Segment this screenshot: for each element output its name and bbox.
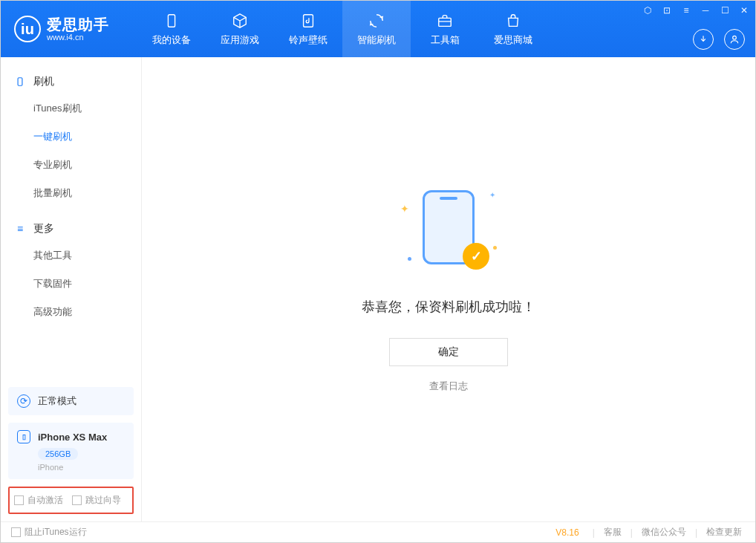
- user-icon[interactable]: [724, 29, 745, 50]
- sparkle-icon: ✦: [400, 203, 409, 215]
- svg-rect-0: [168, 15, 175, 27]
- sidebar-item-download-firmware[interactable]: 下载固件: [1, 270, 141, 298]
- storage-badge: 256GB: [38, 448, 78, 460]
- device-icon: [162, 11, 181, 30]
- nav-tab-ringtone-wallpaper[interactable]: 铃声壁纸: [274, 1, 342, 57]
- device-name: iPhone XS Max: [38, 432, 107, 443]
- close-button[interactable]: ✕: [737, 4, 751, 17]
- logo-icon: iu: [14, 16, 41, 42]
- sidebar-section-flash: 刷机: [1, 69, 141, 94]
- nav-label: 我的设备: [152, 33, 191, 47]
- dot-icon: [408, 257, 411, 261]
- nav-tab-smart-flash[interactable]: 智能刷机: [342, 1, 411, 57]
- sidebar-item-pro-flash[interactable]: 专业刷机: [1, 151, 141, 179]
- phone-icon: [14, 76, 26, 88]
- svg-rect-1: [304, 15, 313, 27]
- window-controls: ⬡ ⊡ ≡ ─ ☐ ✕: [641, 4, 751, 17]
- sidebar-item-itunes-flash[interactable]: iTunes刷机: [1, 94, 141, 123]
- highlighted-options: 自动激活 跳过向导: [8, 487, 134, 514]
- maximize-button[interactable]: ☐: [718, 4, 731, 17]
- nav-label: 铃声壁纸: [289, 33, 328, 47]
- svg-rect-2: [439, 18, 452, 26]
- nav-tab-store[interactable]: 爱思商城: [479, 1, 547, 57]
- section-title: 刷机: [33, 75, 54, 88]
- sidebar: 刷机 iTunes刷机 一键刷机 专业刷机 批量刷机 ≡ 更多 其他工具 下载固…: [1, 57, 142, 521]
- mode-indicator[interactable]: 正常模式: [8, 387, 134, 415]
- sidebar-item-oneclick-flash[interactable]: 一键刷机: [1, 123, 141, 151]
- footer-link-wechat[interactable]: 微信公众号: [639, 526, 689, 539]
- mode-label: 正常模式: [38, 394, 76, 408]
- sparkle-icon: ✦: [489, 191, 495, 199]
- checkbox-auto-activate[interactable]: 自动激活: [14, 494, 63, 507]
- menu-icon[interactable]: ≡: [680, 4, 693, 17]
- shirt-icon[interactable]: ⬡: [641, 4, 654, 17]
- footer-link-check-update[interactable]: 检查更新: [703, 526, 745, 539]
- list-icon: ≡: [14, 223, 26, 235]
- nav-label: 智能刷机: [357, 33, 396, 47]
- app-header: iu 爱思助手 www.i4.cn 我的设备 应用游戏 铃声壁纸 智能刷机 工具…: [1, 1, 755, 57]
- view-log-link[interactable]: 查看日志: [429, 380, 468, 393]
- nav-label: 工具箱: [431, 33, 460, 47]
- checkbox-label: 自动激活: [27, 494, 63, 507]
- nav-label: 爱思商城: [494, 33, 532, 47]
- success-message: 恭喜您，保资料刷机成功啦！: [362, 298, 535, 316]
- shopping-bag-icon: [504, 11, 523, 30]
- nav-tabs: 我的设备 应用游戏 铃声壁纸 智能刷机 工具箱 爱思商城: [137, 1, 547, 57]
- main-content: ✦ ✦ ✓ 恭喜您，保资料刷机成功啦！ 确定 查看日志: [142, 57, 755, 521]
- checkbox-label: 跳过向导: [85, 494, 121, 507]
- sidebar-section-more: ≡ 更多: [1, 216, 141, 241]
- download-icon[interactable]: [693, 29, 714, 50]
- app-title: 爱思助手: [47, 16, 109, 33]
- version-label: V8.16: [555, 527, 579, 538]
- sidebar-item-batch-flash[interactable]: 批量刷机: [1, 179, 141, 207]
- checkbox-block-itunes[interactable]: 阻止iTunes运行: [11, 526, 87, 539]
- nav-label: 应用游戏: [221, 33, 259, 47]
- nav-tab-toolbox[interactable]: 工具箱: [411, 1, 479, 57]
- checkbox-icon: [11, 527, 21, 537]
- briefcase-icon: [435, 11, 454, 30]
- success-illustration: ✦ ✦ ✓: [400, 186, 497, 276]
- checkmark-badge-icon: ✓: [463, 243, 489, 270]
- checkbox-skip-guide[interactable]: 跳过向导: [72, 494, 121, 507]
- svg-point-3: [733, 36, 737, 39]
- checkbox-icon: [72, 495, 82, 505]
- dot-icon: [493, 246, 497, 250]
- app-subtitle: www.i4.cn: [47, 33, 109, 42]
- checkbox-label: 阻止iTunes运行: [25, 526, 87, 539]
- refresh-shield-icon: [367, 11, 386, 30]
- cube-icon: [230, 11, 250, 30]
- device-card[interactable]: ▯ iPhone XS Max 256GB iPhone: [8, 423, 134, 479]
- app-logo: iu 爱思助手 www.i4.cn: [1, 16, 123, 42]
- minimize-button[interactable]: ─: [699, 4, 712, 17]
- nav-tab-my-device[interactable]: 我的设备: [137, 1, 206, 57]
- nav-tab-apps-games[interactable]: 应用游戏: [206, 1, 274, 57]
- sidebar-item-advanced[interactable]: 高级功能: [1, 298, 141, 326]
- status-bar: 阻止iTunes运行 V8.16 | 客服 | 微信公众号 | 检查更新: [1, 521, 755, 542]
- normal-mode-icon: [17, 394, 30, 408]
- device-phone-icon: ▯: [17, 430, 30, 443]
- checkbox-icon: [14, 495, 24, 505]
- header-action-icons: [693, 29, 745, 50]
- section-title: 更多: [33, 222, 54, 235]
- device-type: iPhone: [38, 463, 125, 472]
- music-note-icon: [299, 11, 318, 30]
- svg-rect-4: [18, 78, 22, 86]
- footer-link-support[interactable]: 客服: [601, 526, 625, 539]
- ok-button[interactable]: 确定: [389, 338, 508, 366]
- sidebar-item-other-tools[interactable]: 其他工具: [1, 241, 141, 270]
- lock-icon[interactable]: ⊡: [660, 4, 674, 17]
